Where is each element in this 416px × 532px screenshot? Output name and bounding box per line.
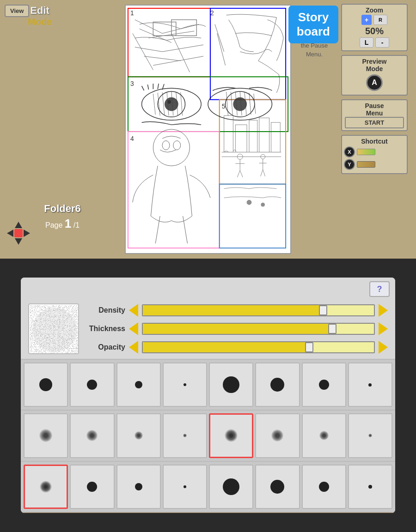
shortcut-label: Shortcut: [344, 138, 405, 145]
zoom-plus-button[interactable]: +: [361, 15, 372, 25]
brush-grid-textured: [24, 413, 392, 458]
thickness-thumb[interactable]: [328, 324, 336, 334]
brush-cell[interactable]: [348, 363, 392, 407]
brush-cell[interactable]: [70, 413, 114, 458]
x-button[interactable]: X: [344, 146, 355, 157]
brush-grid-2: [21, 411, 395, 461]
page-label: Page: [45, 221, 62, 229]
dpad-down[interactable]: [15, 238, 22, 245]
opacity-decrease-button[interactable]: [129, 341, 138, 354]
opacity-label: Opacity: [84, 343, 125, 351]
brush-grid-3: [21, 462, 395, 513]
brush-cell[interactable]: [116, 363, 161, 407]
svg-point-75: [34, 309, 75, 350]
page-total: /1: [73, 221, 80, 229]
density-row: Density: [84, 304, 388, 317]
brush-cell[interactable]: [302, 363, 346, 407]
svg-point-37: [233, 97, 247, 111]
brush-cell[interactable]: [116, 465, 161, 509]
dpad-cross[interactable]: [7, 222, 30, 245]
brush-cell[interactable]: [302, 413, 346, 458]
thickness-fill: [143, 324, 332, 334]
shortcut-row-y: Y: [344, 159, 405, 170]
edit-text: Edit: [28, 5, 52, 17]
svg-text:1: 1: [130, 9, 134, 17]
svg-text:5: 5: [222, 103, 226, 110]
mode-text: Mode: [28, 17, 52, 27]
shortcut-section: Shortcut X Y: [341, 135, 408, 174]
brush-cell[interactable]: [348, 465, 392, 509]
dpad-left[interactable]: [7, 230, 13, 237]
zoom-minus-button[interactable]: -: [375, 37, 389, 48]
brush-grid-1: [21, 360, 395, 411]
left-panel: View Edit Mode Folder6 Page 1 /1: [0, 0, 125, 259]
storyboard-button[interactable]: Story board: [288, 6, 338, 43]
storyboard-line2: board: [297, 24, 330, 38]
preview-mode-button[interactable]: A: [366, 74, 383, 91]
brush-cell[interactable]: [163, 465, 207, 509]
svg-point-72: [247, 200, 251, 205]
dpad-center: [14, 229, 23, 237]
dpad-right[interactable]: [24, 230, 30, 237]
zoom-l-button[interactable]: L: [360, 37, 373, 48]
thickness-slider[interactable]: [142, 323, 375, 335]
page-number: 1: [65, 217, 71, 230]
brush-cell[interactable]: [302, 465, 346, 509]
sketch-svg: 1 2 3 4 5: [126, 6, 290, 253]
thickness-row: Thickness: [84, 322, 388, 335]
opacity-slider[interactable]: [142, 341, 375, 353]
folder-info: Folder6 Page 1 /1: [44, 203, 80, 231]
brush-cell[interactable]: [116, 413, 161, 458]
brush-cell[interactable]: [255, 413, 300, 458]
brush-grid-solid: [24, 363, 392, 407]
folder-name: Folder6: [44, 203, 80, 215]
dpad[interactable]: [7, 222, 30, 245]
brush-cell[interactable]: [255, 465, 300, 509]
brush-cell[interactable]: [255, 363, 300, 407]
brush-cell[interactable]: [70, 465, 114, 509]
page-info: Page 1 /1: [44, 217, 80, 231]
thickness-decrease-button[interactable]: [129, 322, 138, 335]
brush-cell[interactable]: [163, 363, 207, 407]
svg-text:2: 2: [210, 9, 214, 17]
pause-menu-section: PauseMenu START: [341, 99, 408, 131]
brush-cell[interactable]: [163, 413, 207, 458]
brush-cell-selected[interactable]: [209, 413, 253, 458]
density-increase-button[interactable]: [379, 304, 388, 317]
pen-tool-icon: [357, 161, 375, 168]
edit-mode-label: Edit Mode: [28, 5, 52, 27]
brush-cell[interactable]: [209, 465, 253, 509]
opacity-increase-button[interactable]: [379, 341, 388, 354]
brush-cell[interactable]: [24, 363, 68, 407]
zoom-r-button[interactable]: R: [373, 15, 387, 25]
brush-cell[interactable]: [209, 363, 253, 407]
opacity-thumb[interactable]: [305, 342, 313, 352]
zoom-minus-controls: L -: [344, 37, 405, 48]
pencil-tool-icon: [357, 149, 375, 155]
opacity-fill: [143, 342, 309, 352]
help-button[interactable]: ?: [369, 281, 390, 297]
svg-point-28: [165, 97, 178, 111]
opacity-row: Opacity: [84, 341, 388, 354]
dpad-up[interactable]: [15, 222, 22, 228]
brush-cell[interactable]: [348, 413, 392, 458]
preview-mode-label: PreviewMode: [345, 58, 404, 73]
bottom-toolbar: B: [21, 513, 395, 513]
shortcut-row-x: X: [344, 146, 405, 157]
brush-cell-selected-2[interactable]: [24, 465, 68, 509]
view-button[interactable]: View: [5, 5, 29, 17]
help-btn-row: ?: [21, 278, 395, 299]
brush-preview: [28, 303, 79, 354]
density-decrease-button[interactable]: [129, 304, 138, 317]
start-button[interactable]: START: [345, 117, 404, 128]
bottom-screen: ?: [0, 259, 416, 532]
canvas-area[interactable]: 1 2 3 4 5: [125, 5, 291, 254]
brush-cell[interactable]: [24, 413, 68, 458]
density-thumb[interactable]: [319, 305, 327, 315]
top-screen: View Edit Mode Folder6 Page 1 /1: [0, 0, 416, 259]
density-slider[interactable]: [142, 304, 375, 316]
brush-cell[interactable]: [70, 363, 114, 407]
zoom-controls: + R: [344, 15, 405, 25]
y-button[interactable]: Y: [344, 159, 355, 170]
thickness-increase-button[interactable]: [379, 322, 388, 335]
